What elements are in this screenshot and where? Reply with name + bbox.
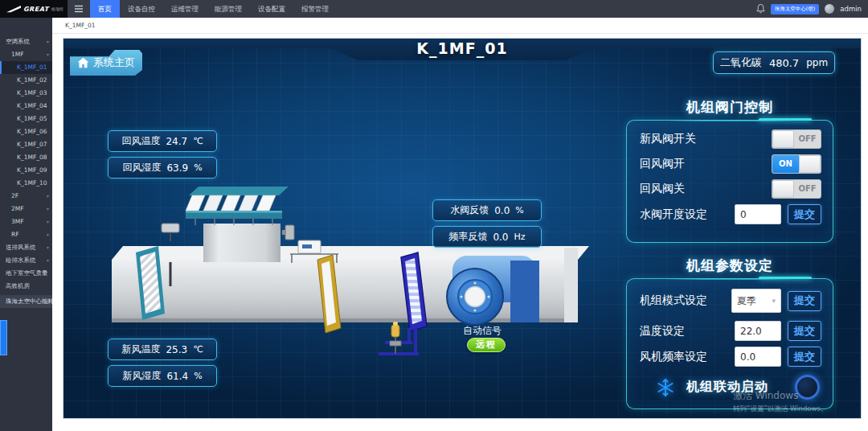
sidebar-item-2f[interactable]: 2F▾ xyxy=(0,190,52,203)
temp-set-submit-button[interactable]: 提交 xyxy=(788,321,821,341)
nav-item-5[interactable]: 报警管理 xyxy=(293,0,337,18)
user-avatar[interactable] xyxy=(825,4,834,14)
sidebar-item-k_1mf_07[interactable]: K_1MF_07 xyxy=(0,138,52,151)
row-label: 回风阀开 xyxy=(640,157,685,171)
logo-subtext: 格瑞特 xyxy=(51,6,63,11)
readout-value: 63.9 xyxy=(166,162,188,174)
topbar: GREAT 格瑞特 首页设备自控运维管理能源管理设备配置报警管理 珠海太空中心(… xyxy=(0,0,868,18)
valve-opening-set-row: 水阀开度设定 提交 xyxy=(640,204,821,224)
project-badge[interactable]: 珠海太空中心(馆) xyxy=(771,4,820,14)
tree-caret-icon[interactable]: ▾ xyxy=(47,216,49,228)
notification-bell-icon[interactable] xyxy=(756,4,765,14)
tree-caret-icon[interactable]: ▾ xyxy=(47,48,49,61)
sidebar-item-3mf[interactable]: 3MF▾ xyxy=(0,216,52,228)
select-value: 夏季 xyxy=(737,294,756,308)
co2-label: 二氧化碳 xyxy=(720,55,762,70)
valve-control-panel: 新风阀开关 OFF 回风阀开 ON 回风阀关 xyxy=(626,120,833,243)
readout-label: 回风温度 xyxy=(121,134,160,148)
sidebar-item--[interactable]: 珠海太空中心能耗 xyxy=(0,295,52,308)
home-icon xyxy=(77,57,89,68)
valve-opening-input[interactable] xyxy=(735,204,781,224)
readout-value: 61.4 xyxy=(166,371,188,382)
tree-caret-icon[interactable]: ▾ xyxy=(47,190,49,203)
nav-item-4[interactable]: 设备配置 xyxy=(250,0,293,18)
valve-opening-submit-button[interactable]: 提交 xyxy=(788,204,821,224)
row-label: 温度设定 xyxy=(640,324,685,339)
readout-label: 新风湿度 xyxy=(122,369,161,383)
unit-mode-submit-button[interactable]: 提交 xyxy=(788,291,821,311)
readout-value: 25.3 xyxy=(166,344,187,355)
tree-item-label: K_1MF_01 xyxy=(17,64,47,71)
nav-item-2[interactable]: 运维管理 xyxy=(163,0,207,18)
tree-caret-icon[interactable]: ▾ xyxy=(47,35,49,48)
logo-swoosh-icon xyxy=(6,6,21,13)
sidebar-item--[interactable]: 高效机房 xyxy=(0,280,52,293)
toggle-knob xyxy=(772,180,794,198)
sidebar-item-1mf[interactable]: 1MF▾ xyxy=(0,48,52,61)
logo-text: GREAT xyxy=(23,6,49,13)
readout-label: 新风温度 xyxy=(121,343,160,356)
sidebar-item-k_1mf_01[interactable]: K_1MF_01 xyxy=(0,61,52,74)
sidebar-item--[interactable]: 空调系统▾ xyxy=(0,35,52,48)
toggle-knob xyxy=(772,130,794,148)
tree-item-label: K_1MF_02 xyxy=(17,76,47,84)
tree-item-label: 送排风系统 xyxy=(6,244,36,251)
scada-screen: K_1MF_01 系统主页 二氧化碳 480.7 ppm 回风温度 24.7 ℃… xyxy=(63,38,862,419)
return-valve-close-toggle[interactable]: OFF xyxy=(772,179,821,199)
sidebar-item-rf[interactable]: RF▾ xyxy=(0,228,52,241)
tree-caret-icon[interactable]: ▾ xyxy=(47,228,49,241)
readout-value: 0.0 xyxy=(494,205,510,216)
tabbar: K_1MF_01 xyxy=(52,18,868,34)
sidebar-item--[interactable]: 送排风系统▾ xyxy=(0,241,52,254)
return-air-temp-readout: 回风温度 24.7 ℃ xyxy=(108,130,217,152)
sidebar-item--[interactable]: 给排水系统▾ xyxy=(0,254,52,267)
main-content: K_1MF_01 系统主页 二氧化碳 480.7 ppm 回风温度 24.7 ℃… xyxy=(52,34,868,431)
readout-label: 水阀反馈 xyxy=(450,203,489,217)
water-valve-feedback-readout: 水阀反馈 0.0 % xyxy=(432,199,542,221)
row-label: 水阀开度设定 xyxy=(640,207,707,222)
nav-item-1[interactable]: 设备自控 xyxy=(120,0,163,18)
unit-linkage-label[interactable]: 机组联动启动 xyxy=(686,379,768,396)
tree-item-label: 3MF xyxy=(11,218,24,225)
fresh-air-valve-toggle[interactable]: OFF xyxy=(772,129,821,149)
sidebar-item-k_1mf_05[interactable]: K_1MF_05 xyxy=(0,113,52,125)
username[interactable]: admin xyxy=(840,5,862,13)
readout-label: 回风湿度 xyxy=(122,161,161,174)
tree-item-label: K_1MF_07 xyxy=(17,141,47,148)
tree-item-label: 2MF xyxy=(11,205,24,212)
tree-caret-icon[interactable]: ▾ xyxy=(47,254,49,267)
unit-mode-row: 机组模式设定 夏季 ▾ 提交 xyxy=(640,286,821,315)
menu-collapse-icon[interactable] xyxy=(74,5,84,13)
temp-set-input[interactable] xyxy=(735,321,781,341)
sidebar-item-k_1mf_10[interactable]: K_1MF_10 xyxy=(0,177,52,190)
nav-item-0[interactable]: 首页 xyxy=(90,0,120,18)
row-label: 新风阀开关 xyxy=(640,132,696,146)
linkage-circle-button[interactable] xyxy=(795,375,820,400)
fan-freq-submit-button[interactable]: 提交 xyxy=(788,347,821,367)
sidebar-item-k_1mf_04[interactable]: K_1MF_04 xyxy=(0,100,52,113)
fan-freq-set-input[interactable] xyxy=(735,347,781,367)
sidebar-item-k_1mf_09[interactable]: K_1MF_09 xyxy=(0,164,52,177)
unit-mode-select[interactable]: 夏季 ▾ xyxy=(731,289,781,313)
tree-item-label: K_1MF_03 xyxy=(17,89,47,96)
return-valve-close-row: 回风阀关 OFF xyxy=(640,179,821,199)
return-valve-open-row: 回风阀开 ON xyxy=(640,154,821,174)
remote-status-pill[interactable]: 远程 xyxy=(467,338,506,352)
sidebar-item-k_1mf_06[interactable]: K_1MF_06 xyxy=(0,125,52,138)
tree-item-label: 1MF xyxy=(11,51,24,58)
tab-k-1mf-01[interactable]: K_1MF_01 xyxy=(65,22,96,29)
sidebar-item--[interactable]: 地下室空气质量▾ xyxy=(0,267,52,280)
sidebar-item-k_1mf_03[interactable]: K_1MF_03 xyxy=(0,87,52,100)
readout-unit: ℃ xyxy=(193,344,203,355)
tree-item-label: 高效机房 xyxy=(6,282,30,289)
sidebar-item-2mf[interactable]: 2MF▾ xyxy=(0,203,52,216)
tree-caret-icon[interactable]: ▾ xyxy=(47,241,49,254)
sidebar-expand-handle[interactable] xyxy=(0,320,7,355)
tree-caret-icon[interactable]: ▾ xyxy=(47,203,49,216)
toggle-state: ON xyxy=(772,155,799,173)
readout-label: 频率反馈 xyxy=(448,230,487,244)
nav-item-3[interactable]: 能源管理 xyxy=(207,0,250,18)
return-valve-open-toggle[interactable]: ON xyxy=(772,154,821,174)
sidebar-item-k_1mf_02[interactable]: K_1MF_02 xyxy=(0,74,52,87)
sidebar-item-k_1mf_08[interactable]: K_1MF_08 xyxy=(0,151,52,164)
